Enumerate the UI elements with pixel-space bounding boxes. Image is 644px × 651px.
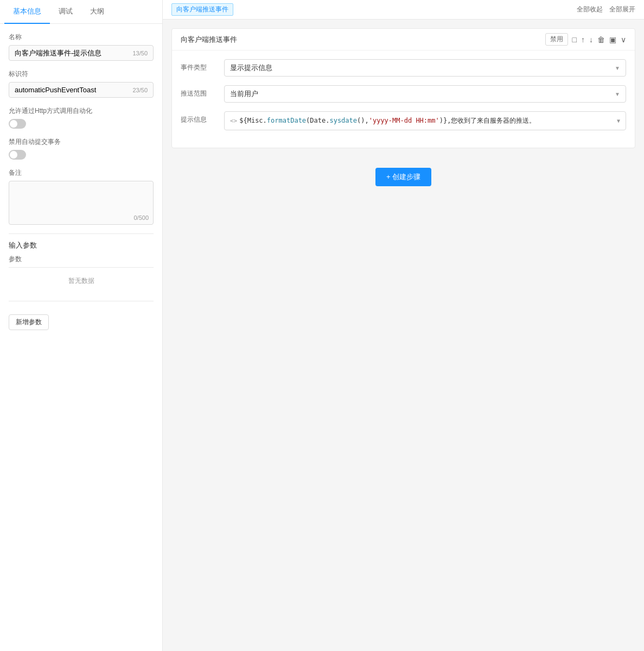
event-type-arrow: ▼ — [615, 65, 620, 71]
code-suffix: )},您收到了来自服务器的推送。 — [439, 117, 536, 124]
hint-code-text: ${Misc.formatDate(Date.sysdate(),'yyyy-M… — [239, 116, 615, 125]
param-col-header: 参数 — [9, 255, 22, 264]
hint-label: 提示信息 — [181, 111, 224, 124]
create-step-button[interactable]: + 创建步骤 — [375, 168, 431, 186]
disable-tx-section: 禁用自动提交事务 — [9, 137, 154, 160]
header-right-actions: 全部收起 全部展开 — [577, 5, 635, 14]
code-format-string: 'yyyy-MM-dd HH:mm' — [369, 117, 439, 124]
name-count: 13/50 — [132, 50, 148, 56]
divider-2 — [9, 301, 154, 301]
copy-icon[interactable]: □ — [572, 35, 577, 44]
hint-code-field[interactable]: <> ${Misc.formatDate(Date.sysdate(),'yyy… — [224, 111, 626, 130]
push-range-label: 推送范围 — [181, 85, 224, 98]
step-title: 向客户端推送事件 — [181, 35, 237, 45]
code-paren: (), — [357, 117, 369, 124]
hint-control: <> ${Misc.formatDate(Date.sysdate(),'yyy… — [224, 111, 626, 130]
event-type-label: 事件类型 — [181, 59, 224, 72]
expand-all-btn[interactable]: 全部展开 — [609, 5, 635, 14]
identifier-input[interactable] — [15, 86, 130, 94]
tab-basic-info[interactable]: 基本信息 — [4, 0, 50, 24]
duplicate-icon[interactable]: ▣ — [609, 35, 616, 44]
no-data-text: 暂无数据 — [9, 270, 154, 292]
http-toggle[interactable] — [9, 119, 26, 129]
name-input[interactable] — [15, 49, 130, 57]
params-section: 输入参数 参数 暂无数据 — [9, 241, 154, 292]
identifier-count: 23/50 — [132, 87, 148, 93]
move-up-icon[interactable]: ↑ — [581, 35, 585, 44]
http-section: 允许通过Http方式调用自动化 — [9, 106, 154, 129]
push-range-arrow: ▼ — [615, 91, 620, 97]
delete-icon[interactable]: 🗑 — [597, 35, 605, 44]
step-actions: 禁用 □ ↑ ↓ 🗑 ▣ ∨ — [545, 33, 626, 46]
code-dollar: ${Misc. — [239, 117, 267, 124]
step-card-body: 事件类型 显示提示信息 ▼ 推送范围 当前用户 — [172, 50, 635, 148]
disable-step-btn[interactable]: 禁用 — [545, 33, 568, 46]
push-range-value: 当前用户 — [230, 89, 258, 99]
name-input-row: 13/50 — [9, 45, 154, 61]
move-down-icon[interactable]: ↓ — [589, 35, 593, 44]
push-range-select[interactable]: 当前用户 ▼ — [224, 85, 626, 103]
note-label: 备注 — [9, 168, 154, 178]
event-type-control: 显示提示信息 ▼ — [224, 59, 626, 77]
note-section: 备注 0/500 — [9, 168, 154, 225]
note-textarea-wrapper: 0/500 — [9, 181, 154, 225]
event-type-row: 事件类型 显示提示信息 ▼ — [181, 59, 626, 77]
step-card-header: 向客户端推送事件 禁用 □ ↑ ↓ 🗑 ▣ ∨ — [172, 29, 635, 50]
right-content: 向客户端推送事件 禁用 □ ↑ ↓ 🗑 ▣ ∨ 事件类型 — [163, 20, 644, 651]
push-range-control: 当前用户 ▼ — [224, 85, 626, 103]
http-label: 允许通过Http方式调用自动化 — [9, 106, 154, 116]
identifier-input-row: 23/50 — [9, 82, 154, 98]
params-title: 输入参数 — [9, 241, 37, 250]
push-range-row: 推送范围 当前用户 ▼ — [181, 85, 626, 103]
chevron-down-icon[interactable]: ∨ — [621, 35, 626, 44]
note-textarea[interactable] — [15, 186, 148, 218]
name-section: 名称 13/50 — [9, 33, 154, 61]
code-format-date: formatDate — [267, 117, 306, 124]
add-param-button[interactable]: 新增参数 — [9, 314, 49, 330]
note-count: 0/500 — [133, 214, 149, 221]
code-brackets-icon: <> — [230, 117, 237, 124]
identifier-section: 标识符 23/50 — [9, 69, 154, 98]
hint-expand-arrow: ▼ — [617, 118, 620, 124]
identifier-label: 标识符 — [9, 69, 154, 79]
tab-outline[interactable]: 大纲 — [81, 0, 113, 24]
disable-tx-toggle[interactable] — [9, 150, 26, 160]
tab-bar: 基本信息 调试 大纲 — [0, 0, 162, 24]
event-type-select[interactable]: 显示提示信息 ▼ — [224, 59, 626, 77]
breadcrumb-tag: 向客户端推送事件 — [171, 3, 233, 16]
collapse-all-btn[interactable]: 全部收起 — [577, 5, 603, 14]
code-sysdate: sysdate — [329, 117, 357, 124]
left-panel: 基本信息 调试 大纲 名称 13/50 标识符 23/50 — [0, 0, 163, 651]
tab-debug[interactable]: 调试 — [50, 0, 81, 24]
disable-tx-label: 禁用自动提交事务 — [9, 137, 154, 147]
divider-1 — [9, 233, 154, 234]
name-label: 名称 — [9, 33, 154, 42]
step-card: 向客户端推送事件 禁用 □ ↑ ↓ 🗑 ▣ ∨ 事件类型 — [171, 28, 635, 148]
event-type-value: 显示提示信息 — [230, 63, 272, 73]
hint-row: 提示信息 <> ${Misc.formatDate(Date.sysdate()… — [181, 111, 626, 130]
right-panel: 向客户端推送事件 全部收起 全部展开 向客户端推送事件 禁用 □ ↑ ↓ 🗑 — [163, 0, 644, 651]
right-header: 向客户端推送事件 全部收起 全部展开 — [163, 0, 644, 20]
code-date: (Date. — [306, 117, 329, 124]
